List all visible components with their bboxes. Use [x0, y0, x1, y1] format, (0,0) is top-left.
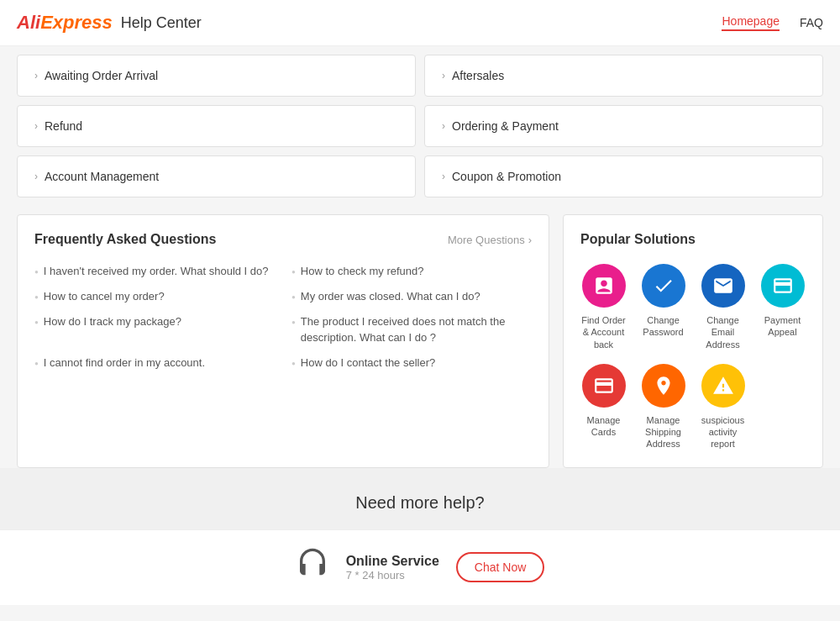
faq-item[interactable]: ● How do I track my package?	[34, 314, 275, 345]
solution-suspicious-activity[interactable]: suspicious activity report	[700, 364, 746, 450]
faq-header: Frequently Asked Questions More Question…	[34, 232, 532, 247]
bottom-row: Frequently Asked Questions More Question…	[17, 214, 823, 468]
categories-grid: › Awaiting Order Arrival › Aftersales › …	[17, 55, 823, 197]
find-order-icon	[582, 264, 626, 308]
category-ordering-payment[interactable]: › Ordering & Payment	[424, 105, 823, 147]
faq-item[interactable]: ● How do I contact the seller?	[291, 355, 532, 371]
service-hours: 7 * 24 hours	[346, 569, 439, 582]
header: AliExpress Help Center Homepage FAQ	[0, 0, 840, 46]
solutions-row-1: Find Order & Account back Change Passwor…	[580, 264, 806, 350]
popular-title: Popular Solutions	[580, 232, 806, 247]
category-aftersales[interactable]: › Aftersales	[424, 55, 823, 97]
manage-shipping-icon	[642, 364, 685, 408]
chevron-icon: ›	[442, 171, 445, 182]
faq-item[interactable]: ● The product I received does not match …	[291, 314, 532, 345]
solutions-row-2: Manage Cards Manage Shipping Address sus…	[580, 364, 806, 450]
faq-item[interactable]: ● How to cancel my order?	[34, 289, 275, 304]
chevron-icon: ›	[34, 120, 38, 132]
online-service-bar: Online Service 7 * 24 hours Chat Now	[0, 529, 840, 605]
faq-item[interactable]: ● How to check my refund?	[291, 264, 532, 279]
bullet-icon: ●	[34, 318, 39, 327]
faq-item[interactable]: ● My order was closed. What can I do?	[291, 289, 532, 304]
category-account-management[interactable]: › Account Management	[17, 155, 416, 197]
chat-now-button[interactable]: Chat Now	[456, 552, 544, 582]
bullet-icon: ●	[291, 318, 296, 327]
faq-item[interactable]: ● I cannot find order in my account.	[34, 355, 275, 371]
faq-section: Frequently Asked Questions More Question…	[17, 214, 549, 468]
chevron-icon: ›	[34, 171, 38, 182]
chevron-icon: ›	[442, 120, 445, 132]
faq-item[interactable]: ● I haven't received my order. What shou…	[34, 264, 275, 279]
bullet-icon: ●	[291, 359, 296, 368]
popular-solutions-section: Popular Solutions Find Order & Account b…	[563, 214, 823, 468]
main-content: › Awaiting Order Arrival › Aftersales › …	[0, 46, 840, 621]
need-more-help-section: Need more help? Online Service 7 * 24 ho…	[0, 468, 840, 605]
logo-area: AliExpress Help Center	[17, 12, 202, 34]
service-info: Online Service 7 * 24 hours	[346, 554, 439, 582]
bullet-icon: ●	[34, 292, 39, 302]
logo: AliExpress	[17, 12, 113, 34]
headset-icon	[296, 547, 329, 588]
nav-homepage[interactable]: Homepage	[722, 14, 780, 31]
solution-change-password[interactable]: Change Password	[640, 264, 686, 350]
change-password-icon	[642, 264, 685, 308]
bullet-icon: ●	[34, 267, 39, 276]
manage-cards-icon	[582, 364, 626, 408]
solution-manage-cards[interactable]: Manage Cards	[580, 364, 627, 450]
need-help-title: Need more help?	[17, 493, 823, 513]
payment-appeal-icon	[761, 264, 805, 308]
header-nav: Homepage FAQ	[722, 14, 823, 31]
bullet-icon: ●	[291, 292, 296, 302]
bullet-icon: ●	[34, 359, 39, 368]
chevron-icon: ›	[442, 70, 445, 82]
page-title: Help Center	[121, 14, 202, 32]
more-questions-link[interactable]: More Questions ›	[448, 234, 532, 246]
solution-find-order[interactable]: Find Order & Account back	[580, 264, 627, 350]
change-email-icon	[701, 264, 745, 308]
solution-change-email[interactable]: Change Email Address	[700, 264, 746, 350]
solution-payment-appeal[interactable]: Payment Appeal	[759, 264, 806, 350]
category-coupon-promotion[interactable]: › Coupon & Promotion	[424, 155, 823, 197]
solution-manage-shipping[interactable]: Manage Shipping Address	[640, 364, 686, 450]
category-refund[interactable]: › Refund	[17, 105, 416, 147]
suspicious-activity-icon	[701, 364, 745, 408]
nav-faq[interactable]: FAQ	[800, 16, 823, 29]
chevron-icon: ›	[34, 70, 38, 82]
category-awaiting-order[interactable]: › Awaiting Order Arrival	[17, 55, 416, 97]
bullet-icon: ●	[291, 267, 296, 276]
faq-grid: ● I haven't received my order. What shou…	[34, 264, 532, 371]
faq-title: Frequently Asked Questions	[34, 232, 216, 247]
service-name: Online Service	[346, 554, 439, 569]
